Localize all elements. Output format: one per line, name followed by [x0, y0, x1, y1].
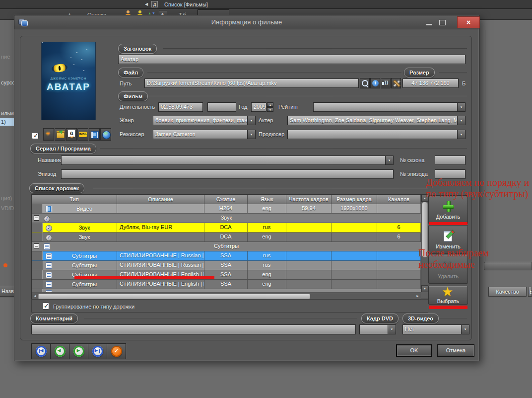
column-header[interactable]: Размер кадра: [332, 195, 377, 204]
genre-dropdown[interactable]: боевик, приключения, фэнтези, фан▼: [153, 116, 256, 125]
sidebar-fragment[interactable]: 1): [0, 118, 14, 126]
delete-track-button[interactable]: Удалить: [428, 255, 468, 284]
back-arrow-icon[interactable]: ◀: [145, 2, 148, 6]
track-fps: [286, 280, 332, 289]
track-desc: СТИЛИЗИРОВАННЫЕ | Russian | Fu: [117, 261, 204, 270]
track-row-partial[interactable]: [32, 289, 421, 292]
help-lifebuoy-icon[interactable]: [3, 263, 7, 267]
track-row[interactable]: СубтитрыСТИЛИЗИРОВАННЫЕ | Russian | FuSS…: [32, 261, 421, 270]
poster-dots-art: [42, 42, 43, 43]
cancel-button[interactable]: Отмена: [437, 344, 474, 357]
tree-indent: [32, 251, 43, 260]
add-track-button[interactable]: Добавить: [428, 195, 468, 224]
column-header[interactable]: Частота кадров: [286, 195, 332, 204]
background-column-quality[interactable]: Качество: [488, 287, 527, 297]
scroll-up-icon[interactable]: ▲: [421, 195, 428, 202]
web-search-icon[interactable]: [100, 128, 111, 141]
threed-dropdown[interactable]: Нет▼: [402, 324, 469, 334]
sound-icon[interactable]: [381, 78, 391, 88]
track-channels: [377, 204, 421, 213]
nav-next-button[interactable]: [69, 344, 88, 359]
nav-apply-button[interactable]: [107, 344, 126, 359]
scroll-down-icon[interactable]: ▼: [421, 285, 428, 292]
close-button[interactable]: ×: [457, 16, 480, 28]
comment-input[interactable]: [31, 324, 356, 334]
open-folder-icon[interactable]: [55, 128, 66, 141]
title-input[interactable]: Аватар: [118, 55, 466, 64]
movie-poster[interactable]: ДЖЕЙМС КЭМЕРОН АВАТАР: [41, 42, 96, 120]
track-row[interactable]: ЗвукДубляж, Blu-ray EURDCArus6: [32, 223, 421, 233]
track-row[interactable]: ВидеоH264eng59,941920x1080: [32, 204, 421, 214]
track-row[interactable]: СубтитрыСТИЛИЗИРОВАННЫЕ | English | Full…: [32, 280, 421, 289]
group-series: Сериал / Программа: [30, 144, 96, 154]
tools-icon[interactable]: [391, 78, 401, 88]
film-frame-icon[interactable]: [89, 128, 100, 141]
nav-first-button[interactable]: [32, 344, 51, 359]
rating-label: Рейтинг: [278, 104, 298, 110]
maximize-button[interactable]: [439, 20, 446, 25]
hscroll-thumb[interactable]: [38, 294, 310, 299]
select-track-button[interactable]: Выбрать: [428, 286, 468, 305]
track-row[interactable]: СубтитрыСТИЛИЗИРОВАННЫЕ | Russian | FoSS…: [32, 251, 421, 261]
ok-button[interactable]: OK: [396, 344, 432, 357]
path-input[interactable]: D:\Загрузки\TorrentStream\Кино (60 fps)\…: [144, 79, 359, 88]
button-label: Добавить: [436, 214, 461, 220]
track-row[interactable]: СубтитрыСТИЛИЗИРОВАННЫЕ | English | ForS…: [32, 270, 421, 280]
duration2-input[interactable]: [207, 102, 236, 112]
series-name-dropdown[interactable]: ▼: [61, 156, 394, 165]
group-dvd: Кадр DVD: [361, 314, 399, 323]
director-dropdown[interactable]: James Cameron▼: [153, 130, 256, 139]
season-input[interactable]: [435, 156, 466, 165]
poster-checkbox[interactable]: [32, 132, 39, 139]
duration-input[interactable]: 02:58:09.473: [158, 102, 203, 112]
chevron-down-icon[interactable]: ▼: [388, 324, 396, 334]
chevron-down-icon[interactable]: ▼: [457, 130, 466, 139]
producer-dropdown[interactable]: ▼: [287, 130, 466, 139]
chevron-down-icon[interactable]: ▼: [385, 156, 394, 165]
group-line: [147, 96, 467, 97]
dock-pin-icon[interactable]: Д: [151, 1, 158, 7]
year-input[interactable]: 2009: [251, 102, 266, 112]
track-row[interactable]: ЗвукDCAeng6: [32, 233, 421, 242]
group-line: [399, 318, 401, 319]
star-icon: [442, 286, 455, 297]
minimize-button[interactable]: [426, 24, 432, 25]
chevron-down-icon[interactable]: ▼: [247, 116, 256, 125]
imdb-icon[interactable]: [77, 128, 88, 141]
vscroll-thumb[interactable]: [422, 202, 428, 257]
year-spinner[interactable]: ▲▼: [267, 102, 273, 112]
episode-input[interactable]: [61, 169, 394, 179]
rating-dropdown[interactable]: ▼: [313, 102, 466, 112]
chevron-down-icon[interactable]: ▼: [457, 116, 466, 125]
episode-num-input[interactable]: [435, 169, 466, 179]
track-group-row[interactable]: Звук: [32, 214, 421, 223]
background-tab-title: Список [Фильмы]: [160, 1, 208, 7]
grouping-checkbox[interactable]: [42, 303, 49, 310]
background-column-video[interactable]: В: [528, 287, 532, 297]
dialog-titlebar[interactable]: Информация о фильме ×: [14, 15, 479, 29]
actor-dropdown[interactable]: Sam Worthington, Zoe Saldana, Sigourney …: [287, 116, 466, 125]
edit-track-button[interactable]: Изменить: [428, 225, 468, 254]
amazon-icon[interactable]: [66, 128, 77, 141]
column-header[interactable]: Описание: [117, 195, 204, 204]
path-label: Путь: [120, 80, 132, 86]
group-title: Заголовок: [118, 44, 157, 54]
column-header[interactable]: Тип: [32, 195, 117, 204]
file-info-icon[interactable]: [370, 78, 380, 88]
chevron-down-icon[interactable]: ▼: [461, 324, 469, 334]
vertical-scrollbar[interactable]: ▲ ▼: [421, 195, 428, 292]
track-codec: SSA: [204, 280, 248, 289]
chevron-down-icon[interactable]: ▼: [457, 102, 466, 112]
nav-prev-button[interactable]: [51, 344, 69, 359]
column-header[interactable]: Язык: [248, 195, 286, 204]
kinopoisk-icon[interactable]: [43, 128, 54, 141]
column-header[interactable]: Сжатие: [204, 195, 248, 204]
nav-last-button[interactable]: [88, 344, 107, 359]
search-icon[interactable]: [360, 78, 370, 88]
horizontal-scrollbar[interactable]: ◄ ►: [32, 293, 421, 299]
dvd-frame-dropdown[interactable]: ▼: [359, 324, 396, 334]
chevron-down-icon[interactable]: ▼: [247, 130, 256, 139]
track-group-row[interactable]: Субтитры: [32, 242, 421, 251]
size-unit: Б: [462, 80, 466, 86]
column-header[interactable]: Каналов: [377, 195, 421, 204]
